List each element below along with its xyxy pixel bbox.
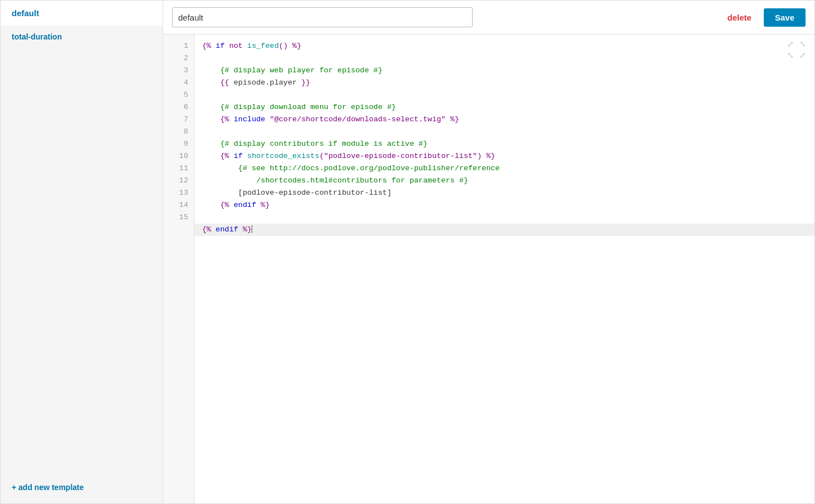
ln-11: 11: [163, 162, 194, 175]
code-line-4: {{ episode.player }}: [202, 78, 310, 87]
ln-8: 8: [163, 126, 194, 138]
expand-row-top: ⤢ ⤡: [785, 39, 808, 49]
sidebar-item-total-duration[interactable]: total-duration: [1, 26, 163, 48]
ln-9: 9: [163, 138, 194, 150]
sidebar: default total-duration + add new templat…: [1, 1, 163, 503]
code-line-7: {% include "@core/shortcode/downloads-se…: [202, 115, 459, 123]
shrink-bottomright-icon[interactable]: ⤢: [798, 50, 808, 60]
add-template-link[interactable]: + add new template: [12, 483, 84, 492]
ln-15: 15: [163, 211, 194, 224]
app-container: default total-duration + add new templat…: [0, 0, 815, 504]
expand-icons: ⤢ ⤡ ⤡ ⤢: [785, 39, 808, 60]
line-numbers: 1 2 3 4 5 6 7 8 9 10 11 12 13 14 15: [163, 34, 194, 503]
ln-1: 1: [163, 40, 194, 52]
code-line-13: {% endif %}: [202, 201, 270, 209]
ln-13: 13: [163, 187, 194, 199]
save-button[interactable]: Save: [764, 8, 806, 27]
code-line-10: {% if shortcode_exists("podlove-episode-…: [202, 152, 495, 160]
ln-12: 12: [163, 175, 194, 187]
code-line-15: {% endif %}⎸: [194, 224, 814, 236]
code-line-12: [podlove-episode-contributor-list]: [202, 189, 391, 197]
expand-row-bottom: ⤡ ⤢: [785, 50, 808, 60]
sidebar-item-default[interactable]: default: [1, 1, 163, 26]
main-panel: delete Save 1 2 3 4 5 6 7 8 9 10 11 12 1…: [163, 1, 814, 503]
ln-2: 2: [163, 52, 194, 65]
editor-wrapper: 1 2 3 4 5 6 7 8 9 10 11 12 13 14 15 {% i…: [163, 34, 814, 503]
shrink-bottomleft-icon[interactable]: ⤡: [785, 50, 796, 60]
code-line-1: {% if not is_feed() %}: [202, 42, 301, 50]
code-line-6: {# display download menu for episode #}: [202, 103, 396, 111]
ln-6: 6: [163, 101, 194, 113]
template-name-input[interactable]: [172, 7, 473, 27]
ln-10: 10: [163, 150, 194, 162]
ln-4: 4: [163, 77, 194, 89]
delete-button[interactable]: delete: [722, 9, 757, 26]
ln-14: 14: [163, 199, 194, 211]
toolbar: delete Save: [163, 1, 814, 34]
ln-3: 3: [163, 65, 194, 77]
sidebar-footer: + add new template: [1, 471, 163, 503]
code-line-11: {# see http://docs.podlove.org/podlove-p…: [202, 164, 500, 185]
expand-topleft-icon[interactable]: ⤢: [785, 39, 796, 49]
code-line-3: {# display web player for episode #}: [202, 66, 382, 75]
ln-5: 5: [163, 89, 194, 101]
code-line-9: {# display contributors if module is act…: [202, 140, 428, 148]
ln-7: 7: [163, 113, 194, 126]
expand-topright-icon[interactable]: ⤡: [798, 39, 808, 49]
code-editor[interactable]: {% if not is_feed() %} {# display web pl…: [194, 34, 814, 503]
